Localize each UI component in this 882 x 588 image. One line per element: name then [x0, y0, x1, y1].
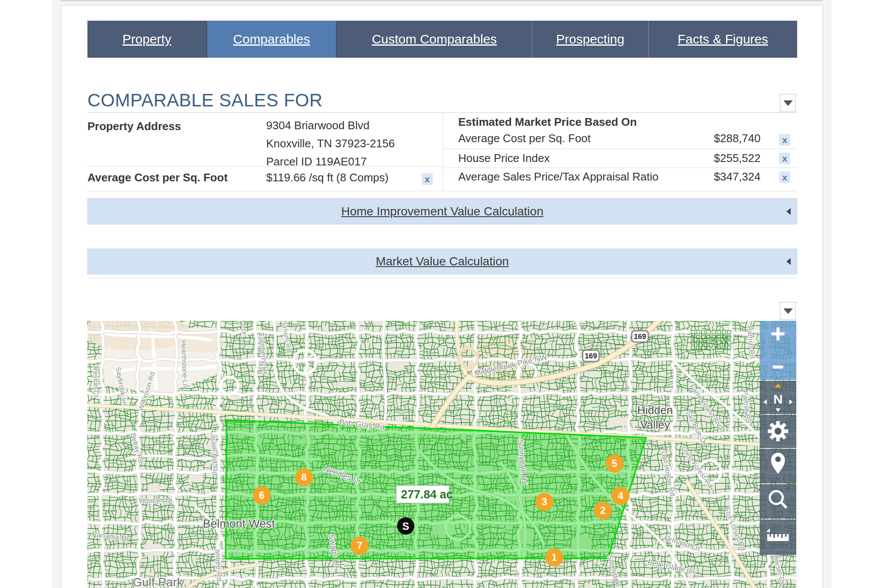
svg-text:Gulf Park: Gulf Park: [133, 576, 183, 588]
svg-text:2: 2: [600, 505, 606, 516]
svg-text:8: 8: [301, 472, 307, 483]
svg-text:4: 4: [618, 490, 624, 501]
svg-text:169: 169: [634, 333, 646, 341]
svg-text:Belmont West: Belmont West: [203, 517, 275, 530]
svg-text:5: 5: [612, 458, 618, 469]
svg-text:N: N: [773, 392, 783, 406]
svg-text:7: 7: [357, 540, 363, 551]
svg-text:Hidden: Hidden: [637, 404, 673, 417]
svg-text:277.84 ac: 277.84 ac: [401, 488, 453, 501]
svg-text:Laurel-Hill-Rd: Laurel-Hill-Rd: [209, 430, 219, 476]
svg-text:Valley: Valley: [640, 418, 670, 431]
svg-text:1: 1: [552, 552, 557, 563]
svg-text:169: 169: [585, 352, 597, 360]
svg-text:6: 6: [259, 490, 265, 501]
svg-text:Venice-Rd: Venice-Rd: [138, 496, 172, 506]
svg-text:annee-Rd: annee-Rd: [214, 549, 224, 582]
svg-text:3: 3: [542, 496, 547, 507]
svg-text:Reston-Ct: Reston-Ct: [92, 366, 99, 398]
svg-text:S: S: [402, 520, 409, 532]
